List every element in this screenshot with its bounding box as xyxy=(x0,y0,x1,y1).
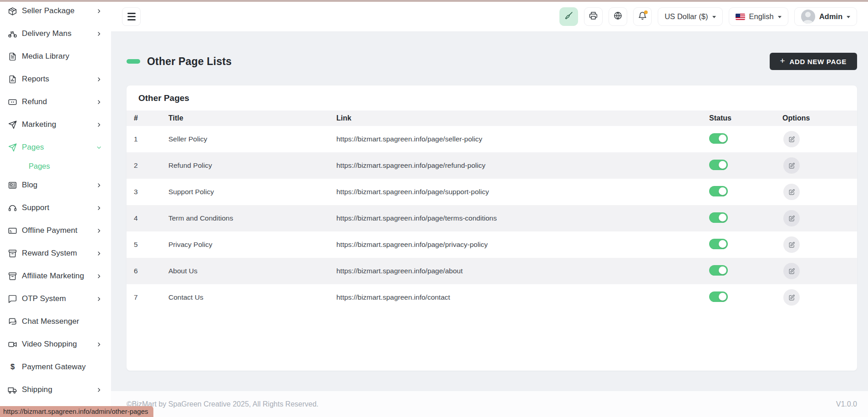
status-toggle[interactable] xyxy=(709,160,728,170)
chevron-right-icon xyxy=(96,387,102,393)
sidebar: Seller PackageDelivery MansMedia Library… xyxy=(0,2,111,417)
row-number-cell: 1 xyxy=(127,126,161,152)
main-content: Other Page Lists + ADD NEW PAGE Other Pa… xyxy=(111,32,868,391)
row-title-cell: About Us xyxy=(161,258,329,284)
row-link-cell: https://bizmart.spagreen.info/page/priva… xyxy=(329,231,702,258)
edit-button[interactable] xyxy=(783,131,800,147)
row-link-cell: https://bizmart.spagreen.info/contact xyxy=(329,284,702,311)
sidebar-item-refund[interactable]: Refund xyxy=(0,90,111,113)
footer: ©BizMart by SpaGreen Creative 2025, All … xyxy=(111,391,868,417)
edit-button[interactable] xyxy=(783,210,800,226)
sidebar-item-shipping[interactable]: Shipping xyxy=(0,378,111,401)
sidebar-item-video-shopping[interactable]: Video Shopping xyxy=(0,333,111,356)
sidebar-item-reward-system[interactable]: Reward System xyxy=(0,242,111,265)
chevron-right-icon xyxy=(96,8,102,14)
us-flag-icon xyxy=(736,14,745,20)
column-header-title: Title xyxy=(161,111,329,126)
row-number-cell: 3 xyxy=(127,179,161,205)
bell-button[interactable] xyxy=(633,7,652,26)
sidebar-item-marketing[interactable]: Marketing xyxy=(0,113,111,136)
sidebar-subitem-label: Pages xyxy=(29,162,50,171)
chevron-down-icon xyxy=(712,16,716,18)
sidebar-item-label: Refund xyxy=(22,97,47,106)
truck-icon xyxy=(8,385,17,395)
avatar xyxy=(801,10,815,24)
sidebar-item-delivery-mans[interactable]: Delivery Mans xyxy=(0,22,111,45)
sidebar-item-offline-payment[interactable]: Offline Payment xyxy=(0,219,111,242)
media-file-icon xyxy=(8,52,17,61)
sidebar-item-seller-package[interactable]: Seller Package xyxy=(0,2,111,22)
pages-table: #TitleLinkStatusOptions 1Seller Policyht… xyxy=(127,111,857,311)
sidebar-item-pages[interactable]: Pages xyxy=(0,136,111,159)
row-link-cell: https://bizmart.spagreen.info/page/about xyxy=(329,258,702,284)
sidebar-item-otp-system[interactable]: OTP System xyxy=(0,287,111,310)
chevron-right-icon xyxy=(96,296,102,302)
title-accent-dash xyxy=(127,59,140,64)
edit-button[interactable] xyxy=(783,263,800,279)
chevron-right-icon xyxy=(96,228,102,234)
add-new-page-label: ADD NEW PAGE xyxy=(789,58,847,65)
printer-button[interactable] xyxy=(584,7,603,26)
sidebar-subitem-pages[interactable]: Pages xyxy=(0,159,111,174)
toggle-knob xyxy=(719,266,726,274)
menu-toggle-button[interactable] xyxy=(122,7,141,26)
chevron-down-icon xyxy=(96,145,102,151)
row-number-cell: 4 xyxy=(127,205,161,231)
toggle-knob xyxy=(719,135,726,142)
language-dropdown[interactable]: English xyxy=(729,7,788,26)
sidebar-item-label: Reports xyxy=(22,75,49,84)
status-toggle[interactable] xyxy=(709,291,728,302)
sidebar-item-blog[interactable]: Blog xyxy=(0,174,111,196)
row-options-cell xyxy=(775,284,857,311)
globe-button[interactable] xyxy=(609,7,627,26)
row-title-cell: Term and Conditions xyxy=(161,205,329,231)
edit-button[interactable] xyxy=(783,157,800,174)
status-toggle[interactable] xyxy=(709,265,728,276)
header-actions: US Dollar ($) English Admin xyxy=(559,7,857,26)
edit-button[interactable] xyxy=(783,184,800,200)
row-number-cell: 7 xyxy=(127,284,161,311)
chevron-right-icon xyxy=(96,182,102,188)
sidebar-item-support[interactable]: Support xyxy=(0,196,111,219)
language-label: English xyxy=(749,12,774,21)
row-status-cell xyxy=(702,284,775,311)
row-title-cell: Refund Policy xyxy=(161,152,329,179)
sidebar-item-affiliate-marketing[interactable]: Affiliate Marketing xyxy=(0,265,111,287)
status-toggle[interactable] xyxy=(709,186,728,196)
edit-icon xyxy=(788,294,795,301)
row-title-cell: Contact Us xyxy=(161,284,329,311)
currency-dropdown[interactable]: US Dollar ($) xyxy=(658,7,722,26)
sidebar-item-label: Seller Package xyxy=(22,6,75,15)
row-link-cell: https://bizmart.spagreen.info/page/selle… xyxy=(329,126,702,152)
archive-icon xyxy=(8,249,17,258)
edit-button[interactable] xyxy=(783,236,800,253)
chevron-right-icon xyxy=(96,251,102,256)
sidebar-item-reports[interactable]: Reports xyxy=(0,68,111,90)
sidebar-item-payment-gateway[interactable]: $Payment Gateway xyxy=(0,356,111,378)
sidebar-menu: Seller PackageDelivery MansMedia Library… xyxy=(0,2,111,417)
sidebar-item-label: OTP System xyxy=(22,294,66,303)
sidebar-item-chat-messenger[interactable]: Chat Messenger xyxy=(0,310,111,333)
table-row: 5Privacy Policyhttps://bizmart.spagreen.… xyxy=(127,231,857,258)
status-toggle[interactable] xyxy=(709,133,728,144)
table-row: 6About Ushttps://bizmart.spagreen.info/p… xyxy=(127,258,857,284)
add-new-page-button[interactable]: + ADD NEW PAGE xyxy=(770,53,857,70)
row-link-cell: https://bizmart.spagreen.info/page/terms… xyxy=(329,205,702,231)
sidebar-item-label: Support xyxy=(22,203,49,212)
status-toggle[interactable] xyxy=(709,239,728,249)
chevron-right-icon xyxy=(96,342,102,347)
toggle-knob xyxy=(719,161,726,169)
admin-user-menu[interactable]: Admin xyxy=(794,7,857,26)
report-file-icon xyxy=(8,75,17,84)
bicycle-icon xyxy=(8,29,17,39)
broom-button[interactable] xyxy=(559,7,578,26)
sidebar-item-media-library[interactable]: Media Library xyxy=(0,45,111,68)
video-icon xyxy=(8,340,17,349)
page-title: Other Page Lists xyxy=(147,55,232,68)
row-title-cell: Seller Policy xyxy=(161,126,329,152)
status-toggle[interactable] xyxy=(709,212,728,223)
edit-button[interactable] xyxy=(783,289,800,306)
refund-card-icon xyxy=(8,97,17,107)
row-status-cell xyxy=(702,258,775,284)
page-title-row: Other Page Lists + ADD NEW PAGE xyxy=(127,52,857,71)
